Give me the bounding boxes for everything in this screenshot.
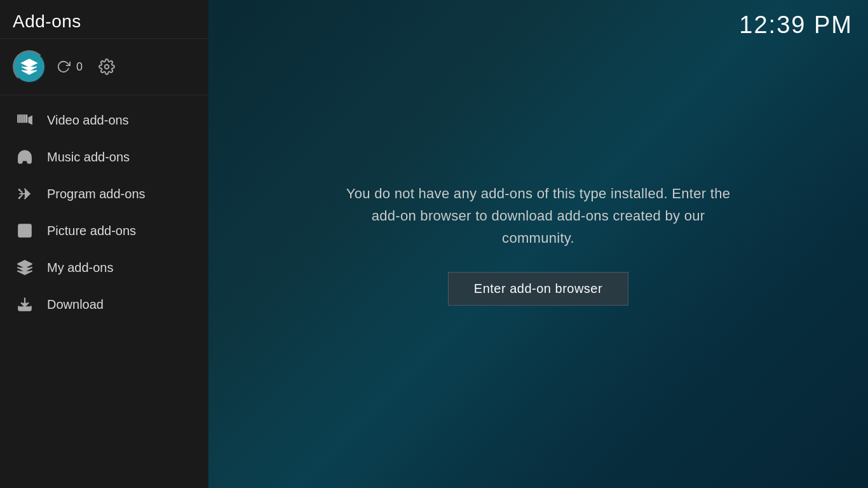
sidebar-item-label: Music add-ons — [47, 150, 130, 165]
svg-point-11 — [18, 197, 20, 199]
package-icon — [20, 58, 38, 76]
sidebar: Add-ons 0 — [0, 0, 208, 488]
gear-icon — [98, 58, 115, 75]
svg-rect-4 — [21, 114, 22, 123]
addon-icon-button[interactable] — [13, 50, 46, 83]
nav-list: Video add-ons Music add-ons — [0, 95, 208, 488]
program-icon — [15, 184, 34, 203]
sidebar-item-label: Video add-ons — [47, 113, 129, 128]
refresh-area[interactable]: 0 — [56, 59, 83, 74]
svg-rect-6 — [25, 114, 25, 123]
empty-state: You do not have any add-ons of this type… — [316, 157, 761, 332]
settings-button[interactable] — [98, 58, 116, 76]
sidebar-item-program-addons[interactable]: Program add-ons — [0, 175, 208, 212]
svg-rect-3 — [18, 114, 19, 123]
music-icon — [15, 147, 34, 166]
picture-icon — [15, 221, 34, 240]
my-addons-icon — [15, 258, 34, 277]
enter-addon-browser-button[interactable]: Enter add-on browser — [448, 272, 628, 306]
sidebar-item-my-addons[interactable]: My add-ons — [0, 249, 208, 286]
svg-marker-2 — [28, 115, 32, 125]
sidebar-controls: 0 — [0, 39, 208, 95]
refresh-icon — [56, 59, 71, 74]
empty-state-text: You do not have any add-ons of this type… — [341, 182, 735, 250]
svg-point-13 — [22, 227, 24, 229]
sidebar-item-label: Download — [47, 297, 104, 312]
svg-point-0 — [105, 65, 109, 69]
page-title: Add-ons — [13, 11, 196, 32]
refresh-count: 0 — [76, 60, 83, 74]
video-icon — [15, 111, 34, 130]
sidebar-item-download[interactable]: Download — [0, 286, 208, 323]
sidebar-item-music-addons[interactable]: Music add-ons — [0, 139, 208, 175]
sidebar-item-video-addons[interactable]: Video add-ons — [0, 102, 208, 139]
main-content: 12:39 PM You do not have any add-ons of … — [208, 0, 868, 488]
sidebar-header: Add-ons — [0, 0, 208, 39]
svg-rect-5 — [23, 114, 24, 123]
svg-point-10 — [18, 189, 20, 191]
sidebar-item-label: Picture add-ons — [47, 224, 136, 238]
clock: 12:39 PM — [739, 11, 853, 39]
sidebar-item-label: Program add-ons — [47, 187, 146, 201]
sidebar-item-picture-addons[interactable]: Picture add-ons — [0, 212, 208, 249]
download-icon — [15, 295, 34, 314]
sidebar-item-label: My add-ons — [47, 261, 114, 275]
